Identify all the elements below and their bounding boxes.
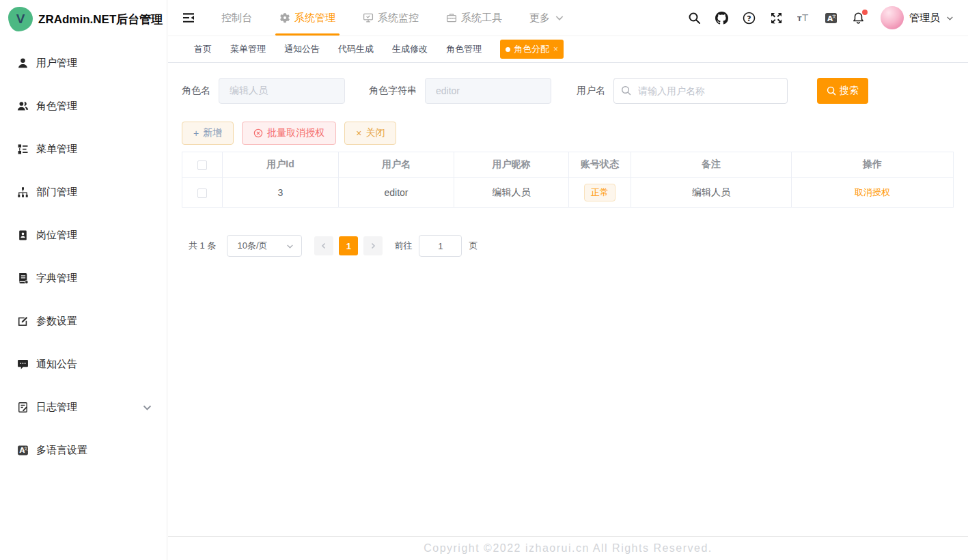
tab-role-admin[interactable]: 角色管理 [446,43,482,55]
user-menu[interactable]: 管理员 [879,6,954,29]
edit-square-icon [17,316,29,327]
nav-item-more[interactable]: 更多 [516,0,579,36]
chevron-left-icon [320,242,328,250]
batch-cancel-auth-button[interactable]: 批量取消授权 [242,122,336,145]
pagination: 共 1 条 10条/页 1 前往 页 [182,235,954,257]
footer: Copyright ©2022 izhaorui.cn All Rights R… [168,536,968,560]
sidebar-item-roles[interactable]: 角色管理 [0,85,167,128]
sidebar-item-parameters[interactable]: 参数设置 [0,300,167,343]
svg-text:T: T [797,14,802,22]
sidebar-item-i18n[interactable]: A文 多语言设置 [0,429,167,472]
search-button[interactable]: 搜索 [817,78,868,104]
notifications-bell-icon[interactable] [852,12,865,25]
close-icon[interactable]: × [553,44,558,54]
search-icon[interactable] [688,12,701,25]
monitor-icon [363,12,374,23]
nav-item-label: 更多 [529,12,550,25]
tab-notices[interactable]: 通知公告 [284,43,320,55]
help-icon[interactable]: ? [743,12,756,25]
sidebar-collapse-button[interactable] [168,11,208,25]
table-row: 3 editor 编辑人员 正常 编辑人员 取消授权 [182,178,954,208]
nav-item-label: 系统工具 [461,12,502,25]
github-icon[interactable] [715,12,728,25]
sidebar-item-label: 日志管理 [36,401,77,414]
plus-icon: + [193,128,199,138]
sidebar-item-label: 字典管理 [36,272,77,285]
user-table: 用户Id 用户名 用户昵称 账号状态 备注 操作 3 editor 编辑人员 [182,152,954,208]
user-name: 管理员 [909,12,940,25]
search-icon [621,85,631,96]
nav-item-system-admin[interactable]: 系统管理 [266,0,349,36]
tab-gen-edit[interactable]: 生成修改 [392,43,428,55]
chevron-down-icon [141,402,153,413]
nav-item-label: 系统监控 [378,12,419,25]
cell-action: 取消授权 [792,178,954,208]
toolbox-icon [446,12,457,23]
row-checkbox[interactable] [197,188,207,198]
prev-page-button[interactable] [314,236,333,255]
sidebar-item-label: 用户管理 [36,57,77,70]
tab-menu-admin[interactable]: 菜单管理 [230,43,266,55]
filter-form: 角色名 角色字符串 用户名 搜索 [182,78,954,104]
nav-item-dashboard[interactable]: 控制台 [208,0,266,36]
top-navbar: 控制台 系统管理 系统监控 系统工具 更多 [168,0,968,36]
comment-icon [17,359,29,370]
nav-item-label: 系统管理 [294,12,335,25]
sidebar-item-label: 角色管理 [36,100,77,113]
nav-item-system-tools[interactable]: 系统工具 [432,0,516,36]
fullscreen-icon[interactable] [770,12,783,25]
sidebar: V ZRAdmin.NET后台管理 用户管理 角色管理 [0,0,167,560]
chevron-down-icon [945,14,954,23]
font-size-icon[interactable]: TT [797,12,810,25]
tags-view-bar: 首页 菜单管理 通知公告 代码生成 生成修改 角色管理 角色分配 × [168,36,968,63]
add-button[interactable]: + 新增 [182,122,234,145]
close-button[interactable]: × 关闭 [344,122,396,145]
sidebar-item-users[interactable]: 用户管理 [0,42,167,85]
main-area: 控制台 系统管理 系统监控 系统工具 更多 [168,0,968,560]
svg-text:文: 文 [24,447,28,451]
tab-role-assign[interactable]: 角色分配 × [500,40,564,59]
goto-page-input[interactable] [419,235,462,257]
pagination-total: 共 1 条 [189,240,216,252]
cancel-auth-link[interactable]: 取消授权 [855,187,890,197]
id-badge-icon [17,229,29,241]
cell-remark: 编辑人员 [631,178,792,208]
sidebar-item-notices[interactable]: 通知公告 [0,343,167,386]
sidebar-item-dictionary[interactable]: 字典管理 [0,257,167,300]
dictionary-icon [17,272,29,284]
page-size-select[interactable]: 10条/页 [227,235,302,257]
app-title: ZRAdmin.NET后台管理 [38,12,163,27]
app-logo: V [8,7,33,31]
active-underline [275,33,340,36]
role-name-input[interactable] [219,78,345,104]
nav-item-label: 控制台 [221,12,252,25]
page: V ZRAdmin.NET后台管理 用户管理 角色管理 [0,0,968,560]
next-page-button[interactable] [363,236,383,255]
sidebar-item-label: 参数设置 [36,315,77,328]
sidebar-item-menus[interactable]: 菜单管理 [0,128,167,171]
col-username: 用户名 [339,152,454,178]
goto-label: 前往 [394,240,412,252]
sidebar-item-departments[interactable]: 部门管理 [0,171,167,214]
avatar [881,6,904,29]
add-button-label: 新增 [203,127,222,139]
role-key-label: 角色字符串 [369,85,417,97]
col-remark: 备注 [631,152,792,178]
tab-home[interactable]: 首页 [194,43,212,55]
svg-text:文: 文 [832,14,836,18]
col-user-id: 用户Id [223,152,339,178]
sidebar-item-logs[interactable]: 日志管理 [0,386,167,429]
users-icon [17,100,29,112]
page-number-1[interactable]: 1 [339,236,358,255]
select-all-checkbox[interactable] [197,160,207,170]
sidebar-item-label: 通知公告 [36,358,77,371]
nav-item-system-monitor[interactable]: 系统监控 [349,0,432,36]
logo-row[interactable]: V ZRAdmin.NET后台管理 [0,0,167,38]
language-switch-icon[interactable]: A文 [825,12,838,25]
username-input[interactable] [613,78,788,104]
tab-code-gen[interactable]: 代码生成 [338,43,374,55]
sidebar-item-posts[interactable]: 岗位管理 [0,214,167,257]
username-label: 用户名 [577,85,605,97]
cell-nickname: 编辑人员 [454,178,569,208]
role-key-input[interactable] [425,78,551,104]
